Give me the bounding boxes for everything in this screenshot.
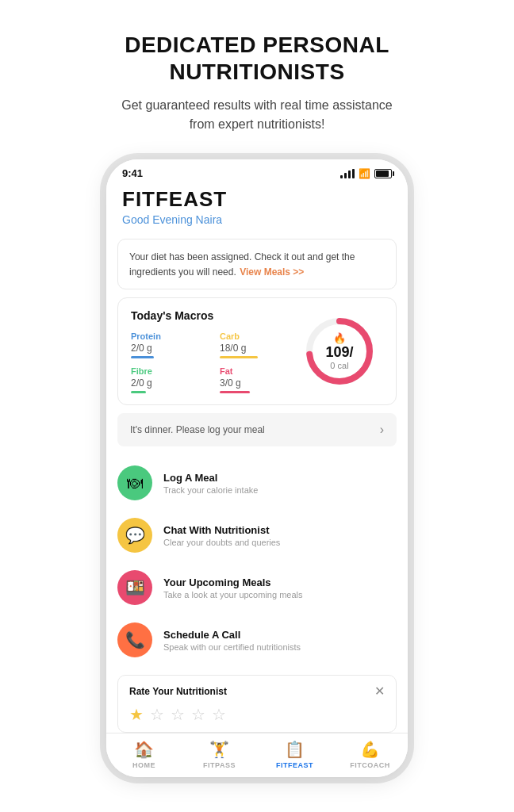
- upcoming-meals-item[interactable]: 🍱 Your Upcoming Meals Take a look at you…: [117, 562, 397, 613]
- schedule-call-title: Schedule A Call: [163, 629, 301, 641]
- menu-list: 🍽 Log A Meal Track your calorie intake 💬…: [106, 454, 408, 668]
- fat-label: Fat: [220, 366, 296, 376]
- macros-grid: Protein 2/0 g Carb 18/0 g Fibre 2/0 g: [131, 331, 296, 393]
- nav-home-label: HOME: [132, 761, 155, 769]
- protein-bar: [131, 356, 154, 358]
- carb-value: 18/0 g: [220, 343, 296, 354]
- upcoming-meals-subtitle: Take a look at your upcoming meals: [163, 590, 302, 599]
- diet-notification-card: Your diet has been assigned. Check it ou…: [117, 239, 397, 289]
- nav-fitcoach[interactable]: 💪 FITCOACH: [332, 740, 408, 769]
- schedule-call-item[interactable]: 📞 Schedule A Call Speak with our certifi…: [117, 615, 397, 665]
- fat-bar: [220, 391, 250, 393]
- chat-nutritionist-title: Chat With Nutritionist: [163, 524, 280, 536]
- phone-frame: 9:41 📶 FITFEAST Good Evening Naira Y: [106, 159, 408, 777]
- calorie-unit: 0 cal: [330, 361, 348, 370]
- fitfeast-icon: 📋: [285, 740, 305, 759]
- nav-fitfeast-label: FITFEAST: [276, 761, 313, 769]
- status-bar: 9:41 📶: [106, 159, 408, 182]
- battery-icon: [374, 169, 392, 178]
- dinner-text: It's dinner. Please log your meal: [130, 424, 265, 435]
- schedule-call-icon: 📞: [117, 622, 152, 657]
- dinner-banner[interactable]: It's dinner. Please log your meal ›: [117, 413, 397, 446]
- star-2[interactable]: ☆: [150, 705, 164, 724]
- protein-macro: Protein 2/0 g: [131, 331, 207, 358]
- upcoming-meals-title: Your Upcoming Meals: [163, 576, 302, 588]
- rate-nutritionist-bar: Rate Your Nutritionist ✕ ★ ☆ ☆ ☆ ☆: [117, 675, 397, 733]
- log-meal-title: Log A Meal: [163, 472, 258, 484]
- chat-nutritionist-icon: 💬: [117, 518, 152, 553]
- calorie-center: 🔥 109/ 0 cal: [325, 332, 353, 370]
- rate-close-button[interactable]: ✕: [374, 684, 385, 699]
- schedule-call-subtitle: Speak with our certified nutritionists: [163, 642, 301, 652]
- nav-fitpass-label: FITPASS: [203, 761, 236, 769]
- chat-nutritionist-subtitle: Clear your doubts and queries: [163, 538, 280, 547]
- calorie-ring: 🔥 109/ 0 cal: [296, 312, 383, 391]
- upcoming-meals-icon: 🍱: [117, 570, 152, 605]
- calorie-ring-container: 🔥 109/ 0 cal: [300, 312, 379, 391]
- rate-bar-title: Rate Your Nutritionist: [129, 686, 227, 697]
- nav-fitpass[interactable]: 🏋 FITPASS: [182, 740, 257, 769]
- chat-nutritionist-item[interactable]: 💬 Chat With Nutritionist Clear your doub…: [117, 510, 397, 561]
- fibre-label: Fibre: [131, 366, 207, 376]
- macros-card: Today's Macros Protein 2/0 g Carb 18/0 g…: [117, 297, 397, 405]
- fat-macro: Fat 3/0 g: [220, 366, 296, 393]
- star-3[interactable]: ☆: [171, 705, 185, 724]
- log-meal-icon: 🍽: [117, 465, 152, 500]
- fat-value: 3/0 g: [220, 377, 296, 389]
- macros-title: Today's Macros: [131, 309, 296, 322]
- status-icons: 📶: [340, 168, 392, 179]
- protein-value: 2/0 g: [131, 343, 207, 354]
- nav-home[interactable]: 🏠 HOME: [106, 740, 182, 769]
- bottom-nav: 🏠 HOME 🏋 FITPASS 📋 FITFEAST 💪 FITCOACH: [106, 733, 408, 777]
- app-header: FITFEAST Good Evening Naira: [106, 182, 408, 234]
- status-time: 9:41: [122, 167, 143, 179]
- phone-screen: 9:41 📶 FITFEAST Good Evening Naira Y: [106, 159, 408, 777]
- app-name: FITFEAST: [122, 187, 392, 212]
- view-meals-link[interactable]: View Meals >>: [240, 266, 304, 278]
- page-title: DEDICATED PERSONALNUTRITIONISTS: [125, 32, 389, 85]
- star-1[interactable]: ★: [129, 705, 144, 724]
- calorie-number: 109/: [325, 344, 353, 361]
- carb-label: Carb: [220, 331, 296, 341]
- greeting: Good Evening Naira: [122, 213, 392, 226]
- fibre-value: 2/0 g: [131, 377, 207, 389]
- rate-bar-header: Rate Your Nutritionist ✕: [129, 684, 385, 699]
- star-4[interactable]: ☆: [191, 705, 205, 724]
- macros-left: Today's Macros Protein 2/0 g Carb 18/0 g…: [131, 309, 296, 393]
- wifi-icon: 📶: [359, 168, 370, 179]
- protein-label: Protein: [131, 331, 207, 341]
- log-meal-subtitle: Track your calorie intake: [163, 485, 258, 495]
- nav-fitcoach-label: FITCOACH: [350, 761, 390, 769]
- chevron-right-icon: ›: [380, 423, 384, 437]
- carb-macro: Carb 18/0 g: [220, 331, 296, 358]
- flame-icon: 🔥: [333, 332, 346, 344]
- home-icon: 🏠: [134, 740, 154, 759]
- carb-bar: [220, 356, 258, 358]
- signal-icon: [340, 169, 355, 178]
- fitcoach-icon: 💪: [360, 740, 380, 759]
- fibre-macro: Fibre 2/0 g: [131, 366, 207, 393]
- page-subtitle: Get guaranteed results with real time as…: [121, 96, 393, 134]
- log-meal-item[interactable]: 🍽 Log A Meal Track your calorie intake: [117, 458, 397, 508]
- stars-row: ★ ☆ ☆ ☆ ☆: [129, 705, 385, 724]
- star-5[interactable]: ☆: [212, 705, 226, 724]
- fitpass-icon: 🏋: [209, 740, 229, 759]
- nav-fitfeast[interactable]: 📋 FITFEAST: [257, 740, 332, 769]
- fibre-bar: [131, 391, 146, 393]
